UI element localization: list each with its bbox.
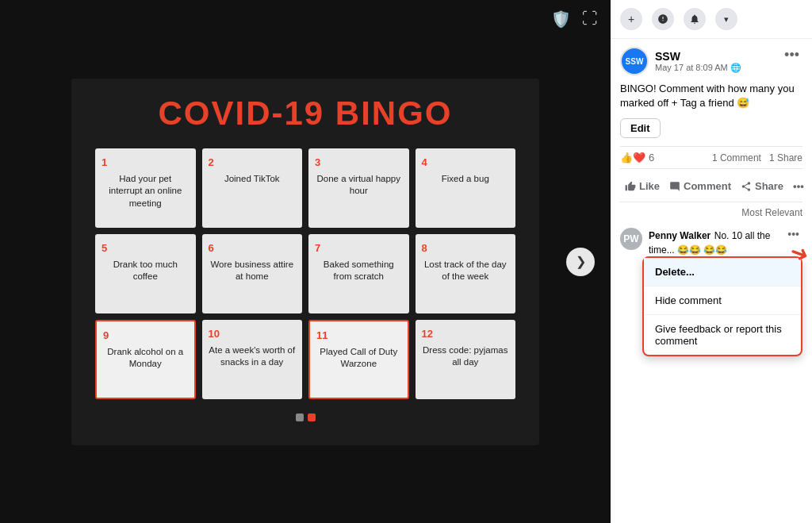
- like-button[interactable]: Like: [620, 177, 665, 195]
- cell-text-2: Joined TikTok: [224, 173, 280, 186]
- reaction-bar: 👍❤️ 6 1 Comment 1 Share: [620, 146, 802, 169]
- bingo-cell-4: 4 Fixed a bug: [416, 148, 516, 228]
- reaction-right: 1 Comment 1 Share: [712, 152, 802, 163]
- bingo-cell-12: 12 Dress code: pyjamas all day: [416, 320, 516, 399]
- cell-number-6: 6: [209, 242, 214, 254]
- dots-navigation: [95, 413, 515, 421]
- comment-section: PW Penny Walker No. 10 all the time... 😂…: [620, 228, 802, 268]
- cell-number-10: 10: [209, 328, 220, 340]
- post-more-options[interactable]: •••: [781, 47, 802, 63]
- bingo-cell-5: 5 Drank too much coffee: [95, 234, 196, 313]
- cell-text-4: Fixed a bug: [442, 173, 489, 186]
- share-label: Share: [755, 180, 783, 192]
- cell-text-9: Drank alcohol on a Monday: [103, 346, 188, 371]
- edit-button[interactable]: Edit: [620, 118, 661, 138]
- cell-number-12: 12: [422, 328, 433, 340]
- top-icon-group: + ▾: [620, 8, 737, 30]
- cell-text-1: Had your pet interrupt an online meeting: [102, 173, 190, 210]
- bingo-cell-11: 11 Played Call of Duty Warzone: [308, 320, 409, 399]
- most-relevant: Most Relevant: [620, 202, 802, 223]
- bingo-card: COVID-19 BINGO 1 Had your pet interrupt …: [71, 79, 539, 445]
- post-author-name: SSW: [655, 50, 741, 63]
- globe-icon: 🌐: [730, 63, 741, 73]
- cell-number-1: 1: [102, 156, 107, 168]
- post-meta: May 17 at 8:09 AM 🌐: [655, 63, 741, 73]
- messenger-button[interactable]: [652, 8, 674, 30]
- cell-text-11: Played Call of Duty Warzone: [316, 346, 401, 371]
- bingo-title: COVID-19 BINGO: [95, 94, 515, 133]
- notifications-button[interactable]: [684, 8, 706, 30]
- cell-text-3: Done a virtual happy hour: [315, 173, 403, 198]
- context-menu: ➜ Delete... Hide comment Give feedback o…: [642, 256, 802, 356]
- cell-text-6: Wore business attire at home: [209, 259, 297, 283]
- bingo-cell-8: 8 Lost track of the day of the week: [416, 234, 516, 313]
- bingo-cell-10: 10 Ate a week's worth of snacks in a day: [202, 320, 303, 399]
- report-comment-button[interactable]: Give feedback or report this comment: [644, 315, 801, 355]
- cell-number-3: 3: [315, 156, 320, 168]
- reaction-left: 👍❤️ 6: [620, 152, 654, 163]
- post-content: BINGO! Comment with how many you marked …: [620, 82, 802, 110]
- post-author-info: SSW May 17 at 8:09 AM 🌐: [655, 50, 741, 73]
- fullscreen-icon[interactable]: ⛶: [582, 10, 598, 29]
- commenter-avatar: PW: [620, 228, 642, 250]
- share-button[interactable]: Share: [736, 177, 788, 195]
- cell-text-5: Drank too much coffee: [102, 259, 190, 283]
- left-panel: 🛡️ ⛶ COVID-19 BINGO 1 Had your pet inter…: [0, 0, 611, 523]
- cell-text-10: Ate a week's worth of snacks in a day: [209, 344, 297, 369]
- cell-number-7: 7: [315, 242, 320, 254]
- cell-number-8: 8: [422, 242, 427, 254]
- comment-count: 1 Comment: [712, 152, 761, 163]
- cell-text-12: Dress code: pyjamas all day: [422, 344, 510, 369]
- bingo-cell-7: 7 Baked something from scratch: [308, 234, 409, 313]
- cell-number-11: 11: [316, 329, 327, 341]
- comment-label: Comment: [684, 180, 731, 192]
- delete-comment-button[interactable]: Delete...: [644, 258, 801, 286]
- cell-number-4: 4: [422, 156, 427, 168]
- dot-1[interactable]: [296, 413, 304, 421]
- post-area: SSW SSW May 17 at 8:09 AM 🌐 ••• BINGO! C…: [611, 39, 812, 523]
- bingo-cell-2: 2 Joined TikTok: [202, 148, 303, 228]
- reaction-emojis: 👍❤️: [620, 152, 645, 163]
- shield-icon[interactable]: 🛡️: [551, 10, 571, 29]
- facebook-top-bar: + ▾: [611, 0, 812, 39]
- cell-number-9: 9: [103, 329, 109, 341]
- ssw-avatar: SSW: [620, 47, 649, 75]
- comment-button[interactable]: Comment: [665, 177, 736, 195]
- bingo-cell-3: 3 Done a virtual happy hour: [308, 148, 409, 228]
- reaction-count: 6: [649, 152, 654, 163]
- like-label: Like: [639, 180, 660, 192]
- post-author-area: SSW SSW May 17 at 8:09 AM 🌐: [620, 47, 741, 75]
- bingo-grid: 1 Had your pet interrupt an online meeti…: [95, 148, 515, 399]
- hide-comment-button[interactable]: Hide comment: [644, 286, 801, 315]
- next-arrow[interactable]: ❯: [566, 248, 595, 276]
- cell-text-7: Baked something from scratch: [315, 259, 403, 283]
- bingo-cell-1: 1 Had your pet interrupt an online meeti…: [95, 148, 196, 228]
- cell-number-2: 2: [209, 156, 214, 168]
- cell-text-8: Lost track of the day of the week: [422, 259, 510, 283]
- cell-number-5: 5: [102, 242, 107, 254]
- bingo-cell-9: 9 Drank alcohol on a Monday: [95, 320, 196, 399]
- add-button[interactable]: +: [620, 8, 642, 30]
- post-date: May 17 at 8:09 AM: [655, 63, 728, 72]
- action-bar: Like Comment Share •••: [620, 174, 802, 202]
- bingo-cell-6: 6 Wore business attire at home: [202, 234, 303, 313]
- top-icons-area: 🛡️ ⛶: [551, 10, 598, 29]
- share-count: 1 Share: [769, 152, 802, 163]
- comment-emojis: 😂😂: [703, 244, 727, 256]
- chevron-down-button[interactable]: ▾: [715, 8, 737, 30]
- right-panel: + ▾ SSW SSW May 17 at 8:09 AM 🌐: [611, 0, 812, 523]
- comment-more-options[interactable]: •••: [784, 228, 802, 240]
- post-header: SSW SSW May 17 at 8:09 AM 🌐 •••: [620, 47, 802, 75]
- more-button[interactable]: •••: [788, 177, 809, 195]
- commenter-name: Penny Walker: [649, 230, 710, 241]
- dot-2[interactable]: [308, 413, 316, 421]
